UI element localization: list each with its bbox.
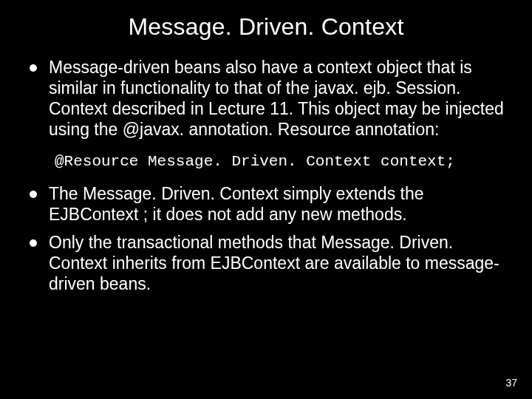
list-item: Only the transactional methods that Mess… [27,232,510,294]
slide-title: Message. Driven. Context [22,13,510,41]
page-number: 37 [505,377,517,389]
bullet-list-top: Message-driven beans also have a context… [27,57,510,140]
bullet-list-bottom: The Message. Driven. Context simply exte… [27,183,510,294]
list-item: The Message. Driven. Context simply exte… [27,183,510,225]
code-snippet: @Resource Message. Driven. Context conte… [55,153,510,170]
slide: Message. Driven. Context Message-driven … [0,0,532,399]
list-item: Message-driven beans also have a context… [27,57,510,140]
